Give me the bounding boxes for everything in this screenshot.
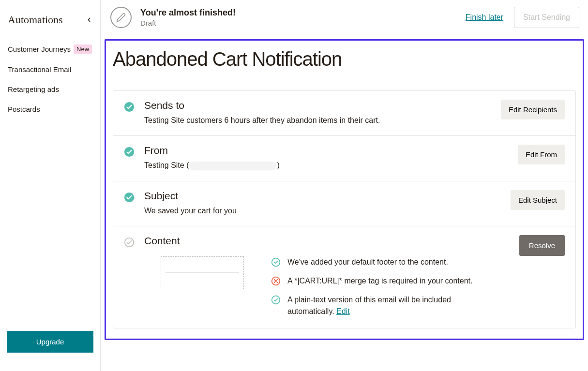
check-circle-icon: [271, 295, 281, 305]
section-desc: Testing Site customers 6 hours after the…: [144, 116, 491, 125]
sidebar-item-transactional-email[interactable]: Transactional Email: [0, 59, 100, 79]
sidebar-nav: Customer Journeys New Transactional Emai…: [0, 36, 100, 119]
header-title: You're almost finished!: [140, 8, 236, 18]
section-body: Sends to Testing Site customers 6 hours …: [144, 100, 491, 125]
section-desc: We saved your cart for you: [144, 207, 501, 215]
svg-point-3: [125, 238, 134, 247]
section-action: Resolve: [519, 235, 565, 256]
section-action: Edit Subject: [511, 190, 565, 210]
thumbnail-placeholder: [166, 272, 239, 273]
section-body: Content We've added your defaul: [144, 235, 510, 317]
header-bar: You're almost finished! Draft Finish lat…: [101, 0, 588, 35]
msg-text: A *|CART:URL|* merge tag is required in …: [287, 275, 472, 287]
redacted-email: [189, 162, 277, 170]
sections-list: Sends to Testing Site customers 6 hours …: [113, 90, 576, 328]
collapse-sidebar-icon[interactable]: [86, 15, 92, 25]
section-sends-to: Sends to Testing Site customers 6 hours …: [113, 91, 575, 136]
section-from: From Testing Site () Edit From: [113, 136, 575, 181]
section-action: Edit From: [518, 145, 565, 164]
msg-text: A plain-text version of this email will …: [287, 294, 481, 317]
edit-plaintext-link[interactable]: Edit: [336, 307, 350, 315]
section-desc: Testing Site (): [144, 161, 508, 170]
content-messages: We've added your default footer to the c…: [271, 256, 510, 317]
section-content: Content We've added your defaul: [113, 226, 575, 328]
content-area: Abandoned Cart Notification Sends to Tes…: [101, 35, 588, 371]
section-title: Content: [144, 235, 510, 247]
check-icon: [124, 192, 135, 203]
msg-merge-tag: A *|CART:URL|* merge tag is required in …: [271, 275, 510, 287]
content-details: We've added your default footer to the c…: [144, 256, 510, 317]
msg-footer: We've added your default footer to the c…: [271, 256, 510, 268]
highlight-frame: Abandoned Cart Notification Sends to Tes…: [105, 39, 584, 340]
svg-point-6: [272, 296, 280, 304]
section-action: Edit Recipients: [501, 100, 565, 119]
sidebar-item-customer-journeys[interactable]: Customer Journeys New: [0, 39, 100, 59]
plaintext-text: A plain-text version of this email will …: [287, 296, 451, 315]
svg-point-4: [272, 258, 280, 266]
edit-from-button[interactable]: Edit From: [518, 145, 565, 164]
page-title: Abandoned Cart Notification: [113, 48, 576, 70]
upgrade-button[interactable]: Upgrade: [7, 331, 93, 353]
check-icon: [124, 147, 135, 157]
header-status: Draft: [140, 19, 236, 27]
error-circle-icon: [271, 276, 281, 286]
upgrade-container: Upgrade: [7, 331, 93, 353]
sidebar-item-label: Retargeting ads: [8, 85, 59, 93]
sidebar-item-label: Customer Journeys: [8, 45, 71, 53]
main: You're almost finished! Draft Finish lat…: [101, 0, 588, 371]
header-right: Finish later Start Sending: [466, 7, 579, 28]
edit-subject-button[interactable]: Edit Subject: [511, 190, 565, 210]
sidebar-header: Automations: [0, 0, 100, 36]
from-suffix: ): [277, 161, 279, 169]
sidebar-item-label: Postcards: [8, 105, 40, 113]
sidebar-item-label: Transactional Email: [8, 65, 71, 74]
sidebar-item-retargeting-ads[interactable]: Retargeting ads: [0, 79, 100, 99]
section-title: From: [144, 145, 508, 156]
sidebar-title: Automations: [8, 14, 63, 26]
section-body: Subject We saved your cart for you: [144, 190, 501, 215]
msg-text: We've added your default footer to the c…: [287, 256, 448, 268]
header-text: You're almost finished! Draft: [140, 8, 236, 27]
section-subject: Subject We saved your cart for you Edit …: [113, 181, 575, 226]
check-pending-icon: [124, 237, 135, 248]
sidebar: Automations Customer Journeys New Transa…: [0, 0, 101, 371]
section-title: Sends to: [144, 100, 491, 111]
content-thumbnail[interactable]: [161, 256, 244, 289]
new-badge: New: [74, 45, 92, 54]
msg-plaintext: A plain-text version of this email will …: [271, 294, 510, 317]
header-left: You're almost finished! Draft: [110, 7, 236, 28]
section-title: Subject: [144, 190, 501, 202]
check-circle-icon: [271, 257, 281, 267]
resolve-button[interactable]: Resolve: [519, 235, 565, 256]
pencil-icon: [110, 7, 132, 28]
check-icon: [124, 102, 135, 112]
sidebar-item-postcards[interactable]: Postcards: [0, 99, 100, 119]
section-body: From Testing Site (): [144, 145, 508, 170]
start-sending-button[interactable]: Start Sending: [514, 7, 579, 28]
edit-recipients-button[interactable]: Edit Recipients: [501, 100, 565, 119]
from-prefix: Testing Site (: [144, 161, 189, 169]
finish-later-link[interactable]: Finish later: [466, 13, 503, 22]
